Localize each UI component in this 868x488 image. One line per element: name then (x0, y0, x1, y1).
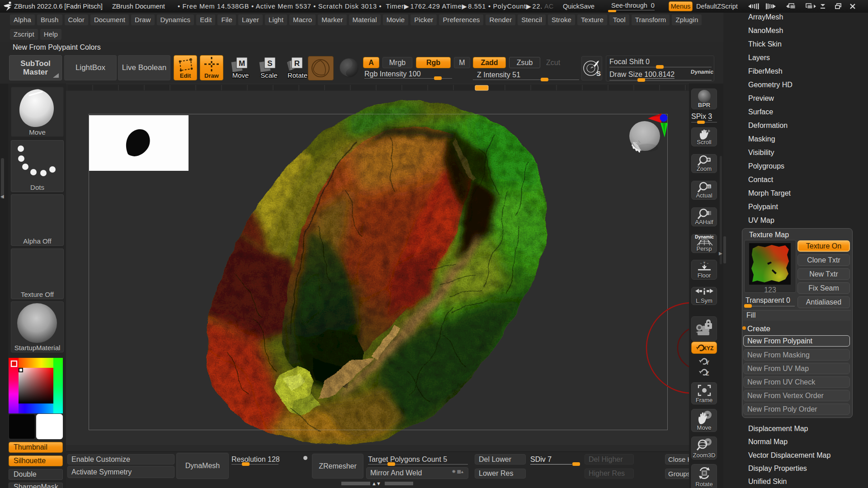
svg-text:S: S (596, 70, 601, 77)
svg-text:Scale: Scale (260, 71, 278, 79)
svg-text:XYZ: XYZ (703, 345, 713, 352)
svg-text:Move: Move (232, 71, 249, 79)
svg-text:Edit: Edit (180, 72, 191, 79)
svg-text:Rotate: Rotate (288, 71, 307, 79)
svg-text:Z: Z (706, 371, 709, 377)
svg-text:⌄▼⌄: ⌄▼⌄ (699, 261, 709, 265)
svg-text:R: R (294, 59, 300, 68)
svg-text:Y: Y (706, 360, 709, 366)
svg-text:Draw: Draw (204, 72, 219, 79)
svg-text:Dynamic: Dynamic (695, 235, 714, 239)
svg-text:x1: x1 (707, 185, 711, 189)
svg-text:M: M (239, 59, 245, 68)
svg-text:S: S (267, 59, 272, 68)
